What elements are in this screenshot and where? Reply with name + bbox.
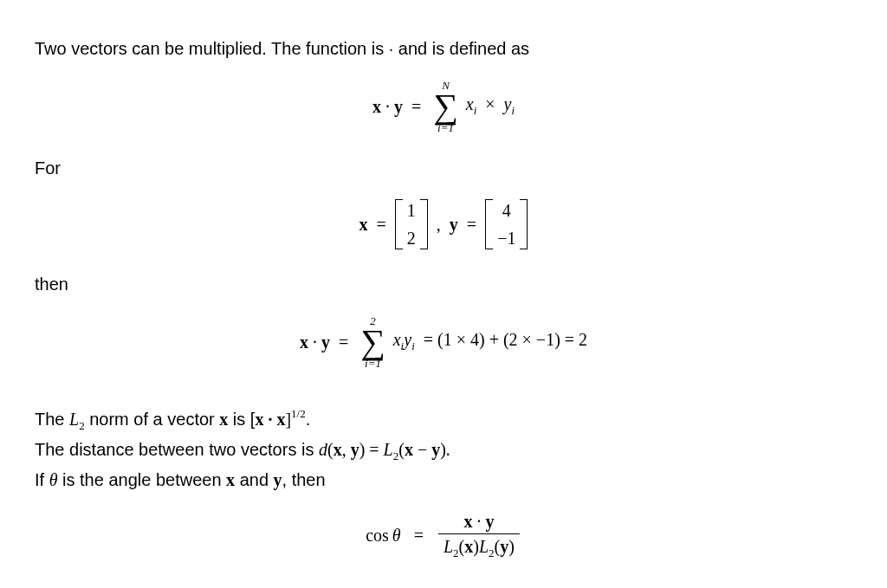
- L-sym: L: [69, 410, 79, 429]
- equation-dot-definition: x · y = N ∑ i=1 xi × yi: [35, 80, 852, 133]
- num-x: x: [463, 512, 472, 531]
- exp-half: 1/2: [291, 407, 306, 420]
- fraction-numerator: x · y: [438, 511, 520, 534]
- txt: The distance between two vectors is: [35, 440, 319, 459]
- ex-y: y: [321, 333, 330, 352]
- fraction: x · y L2(x)L2(y): [438, 511, 520, 560]
- comma: ,: [437, 215, 441, 234]
- y-sym2: y: [274, 470, 282, 489]
- x-entry-2: 2: [407, 229, 416, 248]
- then-text: then: [35, 270, 852, 298]
- eq-sign: =: [377, 215, 386, 234]
- den-sub1: 2: [453, 546, 459, 559]
- angle-text: If θ is the angle between x and y, then: [35, 466, 852, 494]
- ex-eq: =: [339, 333, 348, 352]
- x-sym: x: [219, 410, 228, 429]
- intro-text: Two vectors can be multiplied. The funct…: [35, 35, 852, 62]
- y-entry-1: 4: [502, 201, 511, 220]
- xi: x: [466, 94, 474, 113]
- xx-sym: x · x: [255, 410, 285, 429]
- txt: and: [235, 470, 273, 489]
- yi-sub: i: [511, 105, 515, 118]
- x-label: x: [359, 215, 368, 235]
- txt: is the angle between: [58, 470, 227, 489]
- ex-dot: ·: [313, 333, 317, 352]
- equation-dot-example: x · y = 2 ∑ i=1 xiyi = (1 × 4) + (2 × −1…: [35, 315, 852, 369]
- den-L2: L: [479, 537, 489, 556]
- txt: , then: [282, 470, 326, 489]
- fraction-denominator: L2(x)L2(y): [438, 534, 520, 560]
- distance-text: The distance between two vectors is d(x,…: [35, 436, 852, 466]
- num-dot: ·: [476, 512, 481, 531]
- sym-y: y: [394, 97, 403, 116]
- expansion: = (1 × 4) + (2 × −1) = 2: [424, 330, 587, 349]
- xiyi: xiyi: [393, 330, 415, 349]
- txt: .: [306, 410, 311, 429]
- sigma-block: N ∑ i=1: [433, 80, 458, 133]
- d-args: (x, y) = L2(x − y).: [327, 440, 450, 459]
- sym-x: x: [372, 97, 381, 116]
- den-sub2: 2: [489, 546, 495, 559]
- theta-sym: θ: [49, 470, 58, 489]
- vector-y: 4 −1: [485, 199, 528, 249]
- sigma-icon-2: ∑: [360, 326, 385, 358]
- txt: The: [35, 410, 69, 429]
- eq-sign-2: =: [467, 215, 476, 234]
- d-sym: d: [319, 440, 327, 459]
- theta-sym2: θ: [392, 526, 401, 545]
- den-x: x: [464, 537, 473, 556]
- den-L1: L: [444, 537, 453, 556]
- txt: If: [35, 470, 49, 489]
- times-icon: ×: [485, 94, 495, 113]
- sym-eq: =: [411, 97, 421, 116]
- txt: is [: [228, 410, 255, 429]
- ex-x: x: [300, 333, 308, 352]
- den-y: y: [500, 537, 508, 556]
- eq-sign-3: =: [414, 526, 424, 545]
- x-entry-1: 1: [407, 201, 416, 220]
- sym-dot: ·: [385, 97, 390, 116]
- equation-cosine: cos θ = x · y L2(x)L2(y): [35, 511, 852, 560]
- num-y: y: [485, 512, 494, 531]
- y-label: y: [450, 215, 458, 235]
- y-entry-2: −1: [497, 229, 515, 248]
- txt: norm of a vector: [85, 410, 220, 429]
- sigma-block-2: 2 ∑ i=1: [360, 315, 385, 369]
- vector-x: 1 2: [395, 199, 428, 249]
- for-text: For: [35, 154, 852, 182]
- xi-sub: i: [474, 105, 477, 118]
- x-sym2: x: [226, 470, 235, 489]
- cos-sym: cos: [366, 526, 389, 545]
- equation-vectors: x = 1 2 , y = 4 −1: [35, 199, 852, 249]
- sigma-icon: ∑: [433, 91, 458, 122]
- l2-norm-text: The L2 norm of a vector x is [x · x]1/2.: [35, 405, 852, 436]
